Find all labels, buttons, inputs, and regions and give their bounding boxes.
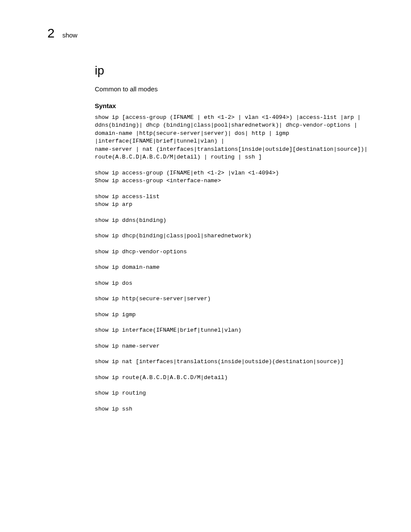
page: 2 show ip Common to all modes Syntax sho…	[0, 0, 411, 532]
syntax-heading: Syntax	[95, 102, 377, 109]
content-area: ip Common to all modes Syntax show ip [a…	[95, 64, 377, 413]
code-block: show ip http(secure-server|server)	[95, 295, 377, 303]
chapter-title: show	[62, 31, 78, 39]
code-block: show ip [access-group (IFNAME | eth <1-2…	[95, 114, 377, 162]
code-block: show ip dos	[95, 280, 377, 287]
code-block: show ip interface(IFNAME|brief|tunnel|vl…	[95, 327, 377, 334]
chapter-number: 2	[47, 26, 55, 40]
code-block: show ip dhcp(binding|class|pool|sharedne…	[95, 232, 377, 240]
code-block: show ip access-group (IFNAME|eth <1-2> |…	[95, 169, 377, 185]
code-block: show ip nat [interfaces|translations(ins…	[95, 358, 377, 366]
mode-description: Common to all modes	[95, 85, 377, 93]
code-block: show ip routing	[95, 389, 377, 397]
code-block: show ip name-server	[95, 342, 377, 350]
code-block: show ip ddns(binding)	[95, 217, 377, 224]
code-block: show ip access-list show ip arp	[95, 193, 377, 209]
code-block: show ip route(A.B.C.D|A.B.C.D/M|detail)	[95, 374, 377, 382]
code-block: show ip domain-name	[95, 264, 377, 271]
code-block: show ip igmp	[95, 311, 377, 319]
command-title: ip	[95, 64, 377, 78]
code-block: show ip dhcp-vendor-options	[95, 248, 377, 256]
page-header: 2 show	[47, 26, 377, 40]
code-block: show ip ssh	[95, 405, 377, 413]
